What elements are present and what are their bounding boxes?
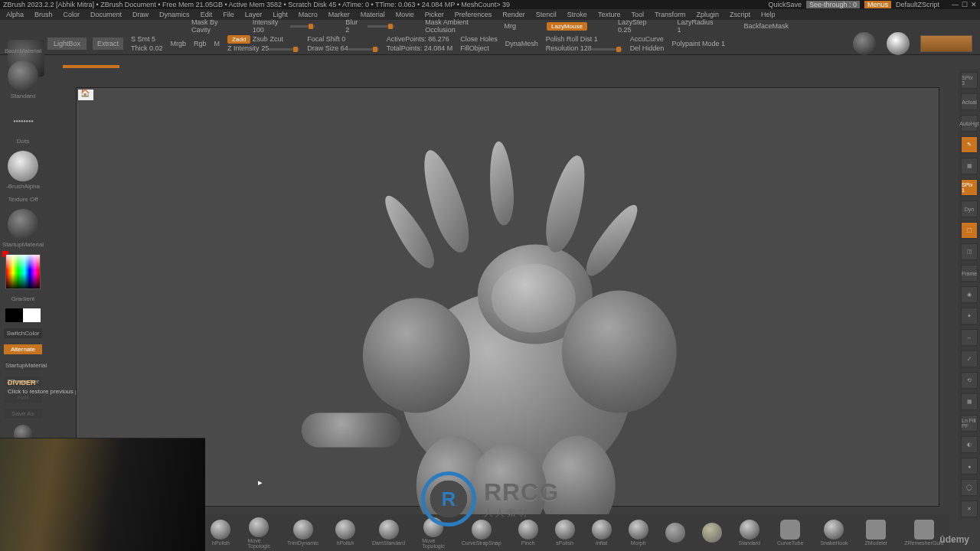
menu-edit[interactable]: Edit <box>201 11 213 18</box>
menu-transform[interactable]: Transform <box>655 11 686 18</box>
menu-layer[interactable]: Layer <box>245 11 263 18</box>
color-picker[interactable] <box>5 254 41 289</box>
dynamesh[interactable]: DynaMesh <box>505 40 538 47</box>
del-hidden[interactable]: Del Hidden <box>630 44 665 52</box>
swatch-black[interactable] <box>5 308 23 322</box>
right-xpose-icon[interactable]: ✕ <box>961 500 978 517</box>
lazystep[interactable]: LazyStep 0.25 <box>618 18 647 34</box>
blur-slider[interactable]: Blur 2 <box>345 18 361 34</box>
brush-curvetube-icon[interactable] <box>780 520 800 540</box>
brush-zremguide-icon[interactable] <box>914 520 934 540</box>
default-zscript[interactable]: DefaultZScript <box>896 1 939 8</box>
close-holes[interactable]: Close Holes <box>460 35 498 43</box>
saveas-button[interactable]: Save As <box>4 409 42 419</box>
right-lnfill[interactable]: Ln Fill PF <box>961 415 978 432</box>
focal-shift[interactable]: Focal Shift 0 <box>307 35 379 43</box>
right-local-icon[interactable]: ◉ <box>961 286 978 303</box>
draw-size[interactable]: Draw Size 64 <box>307 44 348 52</box>
right-scale-icon[interactable]: ⤢ <box>961 350 978 367</box>
backfacemask[interactable]: BackfaceMask <box>743 22 789 30</box>
alpha-thumb[interactable] <box>8 151 38 181</box>
menu-alpha[interactable]: Alpha <box>6 11 24 18</box>
gradient-label[interactable]: Gradient <box>11 295 35 302</box>
brush-thumb[interactable] <box>8 60 38 91</box>
menu-macro[interactable]: Macro <box>299 11 318 18</box>
menu-document[interactable]: Document <box>90 11 122 18</box>
lazymouse-toggle[interactable]: LazyMouse <box>547 22 587 31</box>
menu-render[interactable]: Render <box>502 11 525 18</box>
menu-preferences[interactable]: Preferences <box>455 11 492 18</box>
right-frame[interactable]: Frame <box>961 265 978 282</box>
close-icon[interactable]: ✕ <box>971 1 977 8</box>
brush-empty2-icon[interactable] <box>702 523 722 543</box>
right-ghost-icon[interactable]: ◐ <box>961 436 978 453</box>
brush-standard-icon[interactable] <box>740 520 760 540</box>
texture-off[interactable]: Texture Off <box>8 196 38 203</box>
lightbox-button[interactable]: LightBox <box>47 37 87 50</box>
matcap-sphere-1[interactable] <box>853 32 876 55</box>
right-spix1[interactable]: SPix 1 <box>961 179 978 196</box>
sculpt-model[interactable] <box>309 130 723 528</box>
menu-file[interactable]: File <box>223 11 234 18</box>
extract-button[interactable]: Extract <box>93 37 123 50</box>
lazyradius[interactable]: LazyRadius 1 <box>677 18 713 34</box>
seethrough-toggle[interactable]: See-through : 0 <box>806 1 860 8</box>
resolution[interactable]: Resolution 128 <box>546 44 592 52</box>
right-move-icon[interactable]: ↔ <box>961 329 978 346</box>
quicksave[interactable]: QuickSave <box>768 1 802 8</box>
right-rotate-icon[interactable]: ⟲ <box>961 372 978 389</box>
material-thumb[interactable] <box>8 209 38 240</box>
brush-snakehook-icon[interactable] <box>824 520 844 540</box>
swatch-row[interactable] <box>5 308 41 322</box>
menu-tool[interactable]: Tool <box>631 11 644 18</box>
menu-brush[interactable]: Brush <box>34 11 53 18</box>
brush-zmodeler-icon[interactable] <box>866 520 886 540</box>
right-spix3[interactable]: SPix 3 <box>961 72 978 89</box>
switchcolor-button[interactable]: SwitchColor <box>4 328 42 338</box>
menu-dynamics[interactable]: Dynamics <box>159 11 190 18</box>
right-transp-icon[interactable]: ◯ <box>961 479 978 496</box>
zsub[interactable]: Zsub <box>253 35 268 43</box>
brush-damstd-icon[interactable] <box>379 520 399 540</box>
maximize-icon[interactable]: ☐ <box>962 1 968 8</box>
menu-draw[interactable]: Draw <box>132 11 149 18</box>
stroke-dots-icon[interactable] <box>8 106 38 136</box>
right-draw-icon[interactable]: ▦ <box>961 158 978 174</box>
mrgb[interactable]: Mrgb <box>171 40 187 47</box>
blur-handle[interactable] <box>368 25 394 28</box>
menu-color[interactable]: Color <box>64 11 80 18</box>
swatch-white[interactable] <box>23 308 41 322</box>
fill-object[interactable]: FillObject <box>460 44 498 52</box>
gradient-swatch[interactable] <box>920 35 972 52</box>
brush-hpolish2-icon[interactable] <box>335 520 355 540</box>
s-smt[interactable]: S Smt 5 <box>131 35 163 43</box>
menu-material[interactable]: Material <box>361 11 385 18</box>
mrg-toggle[interactable]: Mrg <box>504 22 516 30</box>
drawsize-handle[interactable] <box>348 48 379 51</box>
polish[interactable]: Polish <box>546 35 565 43</box>
right-edit-icon[interactable]: ✎ <box>961 136 978 153</box>
menu-help[interactable]: Help <box>761 11 776 18</box>
right-persp-icon[interactable]: ⬚ <box>961 222 978 239</box>
intensity-slider[interactable]: Intensity 100 <box>253 18 284 34</box>
zadd[interactable]: Zadd <box>227 35 250 44</box>
zint-handle[interactable] <box>269 48 299 51</box>
right-solo-icon[interactable]: ● <box>961 458 978 474</box>
m[interactable]: M <box>214 40 220 47</box>
brush-empty-icon[interactable] <box>665 523 685 543</box>
rgb[interactable]: Rgb <box>194 40 207 47</box>
res-handle[interactable] <box>592 48 622 51</box>
right-xyz-icon[interactable]: ✦ <box>961 308 978 324</box>
brush-morph-icon[interactable] <box>629 520 648 540</box>
menu-picker[interactable]: Picker <box>425 11 444 18</box>
menu-texture[interactable]: Texture <box>598 11 621 18</box>
brush-inflat-icon[interactable] <box>592 520 612 540</box>
right-polyframe-icon[interactable]: ▦ <box>961 393 978 410</box>
brush-trimdyn-icon[interactable] <box>293 520 313 540</box>
intensity-handle[interactable] <box>290 25 315 28</box>
matcap-sphere-2[interactable] <box>887 32 910 55</box>
canvas[interactable] <box>76 87 939 507</box>
menu-light[interactable]: Light <box>273 11 288 18</box>
menu-movie[interactable]: Movie <box>396 11 414 18</box>
brush-hpolish-icon[interactable] <box>211 520 230 540</box>
